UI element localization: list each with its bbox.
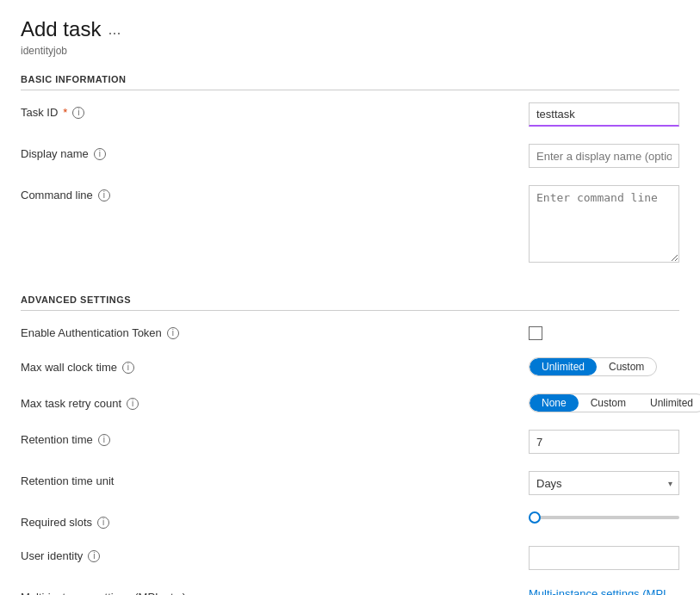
auth-token-label: Enable Authentication Token i bbox=[21, 323, 529, 339]
page-title: Add task ... bbox=[21, 17, 121, 41]
user-identity-info-icon[interactable]: i bbox=[88, 550, 100, 562]
max-wall-clock-label: Max wall clock time i bbox=[21, 357, 529, 374]
task-id-row: Task ID * i bbox=[21, 94, 679, 135]
wall-clock-custom-btn[interactable]: Custom bbox=[597, 358, 656, 375]
command-line-label: Command line i bbox=[21, 185, 529, 201]
wall-clock-unlimited-btn[interactable]: Unlimited bbox=[530, 358, 597, 375]
retention-time-control bbox=[529, 430, 679, 454]
auth-token-checkbox[interactable] bbox=[529, 326, 542, 340]
task-id-control bbox=[529, 102, 679, 127]
retention-time-input[interactable] bbox=[529, 430, 679, 454]
basic-info-header: BASIC INFORMATION bbox=[21, 74, 679, 90]
user-identity-label: User identity i bbox=[21, 546, 529, 562]
ellipsis-menu[interactable]: ... bbox=[108, 21, 121, 39]
retention-unit-control: Days Hours Minutes Seconds bbox=[529, 471, 679, 495]
command-line-control bbox=[529, 185, 679, 265]
retention-time-label: Retention time i bbox=[21, 430, 529, 446]
page-subtitle: identityjob bbox=[21, 45, 679, 57]
auth-token-row: Enable Authentication Token i bbox=[21, 314, 679, 349]
max-wall-clock-control: Unlimited Custom bbox=[529, 357, 679, 376]
retry-custom-btn[interactable]: Custom bbox=[579, 394, 638, 412]
retention-time-info-icon[interactable]: i bbox=[98, 434, 110, 446]
multi-instance-label: Multi-instance settings (MPI, etc.) bbox=[21, 587, 529, 595]
required-slots-slider[interactable] bbox=[529, 516, 679, 519]
command-line-info-icon[interactable]: i bbox=[98, 189, 110, 201]
display-name-label: Display name i bbox=[21, 144, 529, 160]
required-slots-info-icon[interactable]: i bbox=[97, 517, 109, 529]
required-slots-label: Required slots i bbox=[21, 512, 529, 529]
command-line-row: Command line i bbox=[21, 177, 679, 274]
multi-instance-row: Multi-instance settings (MPI, etc.) Mult… bbox=[21, 579, 679, 595]
retention-unit-select[interactable]: Days Hours Minutes Seconds bbox=[529, 471, 679, 495]
max-retry-control: None Custom Unlimited bbox=[529, 394, 700, 412]
auth-token-control bbox=[529, 323, 679, 340]
multi-instance-link[interactable]: Multi-instance settings (MPI, etc.) bbox=[529, 587, 669, 595]
command-line-input[interactable] bbox=[529, 185, 679, 263]
max-wall-clock-row: Max wall clock time i Unlimited Custom bbox=[21, 349, 679, 385]
display-name-row: Display name i bbox=[21, 135, 679, 177]
user-identity-row: User identity i bbox=[21, 537, 679, 579]
retention-time-row: Retention time i bbox=[21, 421, 679, 462]
task-id-input[interactable] bbox=[529, 102, 679, 127]
retention-unit-row: Retention time unit Days Hours Minutes S… bbox=[21, 462, 679, 504]
required-slots-row: Required slots i bbox=[21, 504, 679, 537]
display-name-input[interactable] bbox=[529, 144, 679, 168]
user-identity-control bbox=[529, 546, 679, 570]
max-wall-clock-info-icon[interactable]: i bbox=[122, 362, 134, 374]
task-id-label: Task ID * i bbox=[21, 102, 529, 119]
retry-unlimited-btn[interactable]: Unlimited bbox=[638, 394, 700, 412]
max-retry-info-icon[interactable]: i bbox=[127, 398, 139, 410]
required-slots-control bbox=[529, 512, 679, 519]
user-identity-input[interactable] bbox=[529, 546, 679, 570]
retry-none-btn[interactable]: None bbox=[530, 394, 579, 412]
display-name-info-icon[interactable]: i bbox=[94, 148, 106, 160]
advanced-settings-header: ADVANCED SETTINGS bbox=[21, 294, 679, 311]
multi-instance-control: Multi-instance settings (MPI, etc.) bbox=[529, 587, 679, 595]
max-retry-row: Max task retry count i None Custom Unlim… bbox=[21, 385, 679, 421]
max-retry-label: Max task retry count i bbox=[21, 394, 529, 410]
required-marker: * bbox=[63, 106, 67, 119]
retention-unit-label: Retention time unit bbox=[21, 471, 529, 487]
display-name-control bbox=[529, 144, 679, 168]
auth-token-info-icon[interactable]: i bbox=[167, 327, 179, 339]
task-id-info-icon[interactable]: i bbox=[72, 107, 84, 119]
